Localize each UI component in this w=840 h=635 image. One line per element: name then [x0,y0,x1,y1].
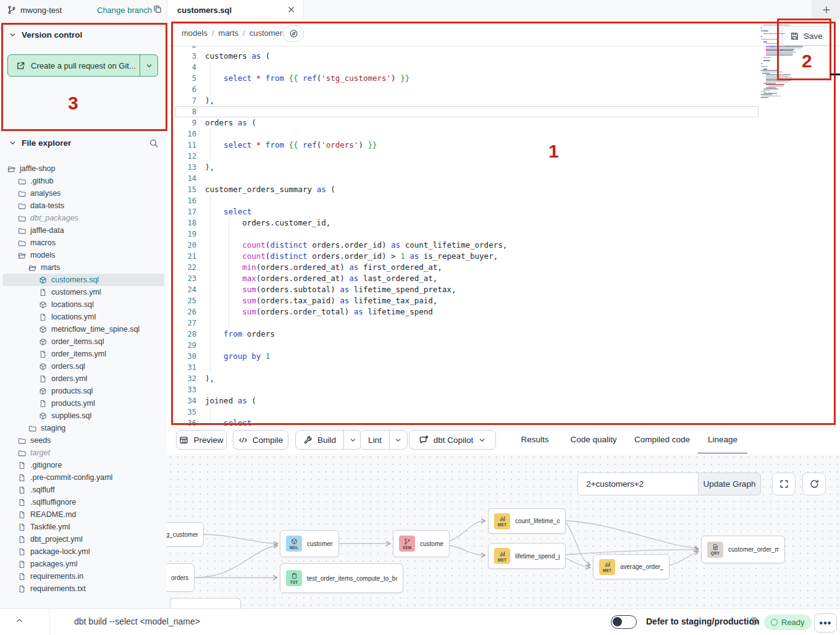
code-editor[interactable]: 23customers as (45 select * from {{ ref(… [175,46,758,426]
code-line-17[interactable]: 17 select [175,206,758,217]
tree-item-requirements.txt[interactable]: requirements.txt [2,582,164,595]
tree-item-customers.yml[interactable]: customers.yml [2,286,164,298]
code-line-29[interactable]: 29 [175,340,758,351]
compile-button[interactable]: Compile [233,430,288,450]
code-line-30[interactable]: 30 group by 1 [175,351,758,362]
tree-item-models[interactable]: models [2,249,164,261]
tree-item-orders.yml[interactable]: orders.yml [2,372,164,385]
tree-item-order_items.yml[interactable]: order_items.yml [2,348,164,360]
code-line-21[interactable]: 21 count(distinct orders.order_id) > 1 a… [175,251,758,262]
tree-item-.github[interactable]: .github [2,175,164,187]
new-tab-button[interactable] [812,0,840,20]
tree-item-locations.sql[interactable]: locations.sql [2,298,164,311]
code-line-7[interactable]: 7), [175,95,758,106]
refresh-button[interactable] [802,473,826,495]
tab-compiled-code[interactable]: Compiled code [629,426,695,453]
graph-node-test-order-items[interactable]: TST test_order_items_compute_to_bools... [280,563,403,593]
tree-item-supplies.sql[interactable]: supplies.sql [2,410,164,422]
breadcrumb-marts[interactable]: marts [219,28,239,38]
code-line-10[interactable]: 10 [175,128,758,140]
code-line-24[interactable]: 24 sum(orders.subtotal) as lifetime_spen… [175,284,758,295]
tab-code-quality[interactable]: Code quality [563,426,624,453]
copy-icon[interactable] [153,4,162,14]
tree-item-.gitignore[interactable]: .gitignore [2,459,164,471]
code-line-3[interactable]: 3customers as ( [175,51,758,62]
graph-node-customer-order-metrics[interactable]: QRY customer_order_metrics [701,536,785,563]
code-line-19[interactable]: 19 [175,229,758,240]
lineage-selector-input[interactable]: 2+customers+2 [578,473,699,495]
more-options-button[interactable]: ••• [814,613,837,633]
tree-item-locations.yml[interactable]: locations.yml [2,311,164,323]
ready-status-badge[interactable]: Ready [764,615,812,630]
code-line-32[interactable]: 32), [175,373,758,384]
search-icon[interactable] [149,138,159,148]
dbt-copilot-button[interactable]: dbt Copilot [409,430,496,450]
tree-item-products.yml[interactable]: products.yml [2,397,164,410]
graph-node-stg-customers[interactable]: stg_customers [167,522,204,547]
tree-item-target[interactable]: target [2,447,164,459]
minimap[interactable] [761,20,823,99]
build-button[interactable]: Build [296,431,344,449]
code-line-25[interactable]: 25 sum(orders.tax_paid) as lifetime_tax_… [175,295,758,306]
code-line-9[interactable]: 9orders as ( [175,117,758,128]
code-line-20[interactable]: 20 count(distinct orders.order_id) as co… [175,240,758,251]
tree-item-analyses[interactable]: analyses [2,187,164,200]
code-line-13[interactable]: 13), [175,162,758,173]
code-line-22[interactable]: 22 min(orders.ordered_at) as first_order… [175,262,758,273]
code-line-15[interactable]: 15customer_orders_summary as ( [175,184,758,195]
tree-item-dbt_project.yml[interactable]: dbt_project.yml [2,533,164,545]
tree-item-order_items.sql[interactable]: order_items.sql [2,335,164,348]
tree-item-marts[interactable]: marts [2,261,164,274]
chevron-up-icon[interactable] [15,616,24,625]
version-control-header[interactable]: Version control [9,30,82,40]
graph-node-lifetime-spend-pretax[interactable]: MET lifetime_spend_pretax [488,543,566,569]
graph-node-average-order-value[interactable]: MET average_order_value [593,554,670,579]
update-graph-button[interactable]: Update Graph [698,473,761,495]
file-explorer-header[interactable]: File explorer [9,138,71,148]
code-line-2[interactable]: 2 [175,46,758,51]
lint-button[interactable]: Lint [361,431,390,449]
code-line-36[interactable]: 36 select [175,418,758,426]
code-line-14[interactable]: 14 [175,173,758,184]
tree-item-dbt_packages[interactable]: dbt_packages [2,212,164,224]
tree-item-.sqlfluffignore[interactable]: .sqlfluffignore [2,496,164,508]
tab-customers-sql[interactable]: customers.sql [167,0,304,20]
build-dropdown[interactable] [344,431,361,449]
tree-item-orders.sql[interactable]: orders.sql [2,360,164,372]
breadcrumb-models[interactable]: models [182,28,208,38]
code-line-4[interactable]: 4 [175,62,758,73]
tree-item-staging[interactable]: staging [2,422,164,434]
code-line-33[interactable]: 33 [175,384,758,395]
preview-button[interactable]: Preview [176,430,227,450]
tree-item-requirements.in[interactable]: requirements.in [2,570,164,582]
code-line-23[interactable]: 23 max(orders.ordered_at) as last_ordere… [175,273,758,284]
code-line-34[interactable]: 34joined as ( [175,395,758,406]
tree-item-.pre-commit-config.yaml[interactable]: .pre-commit-config.yaml [2,471,164,484]
code-line-5[interactable]: 5 select * from {{ ref('stg_customers') … [175,73,758,84]
tree-item-customers.sql[interactable]: customers.sql [2,274,164,286]
tree-item-package-lock.yml[interactable]: package-lock.yml [2,545,164,558]
code-line-31[interactable]: 31 [175,362,758,373]
tree-item-.sqlfluff[interactable]: .sqlfluff [2,484,164,496]
code-line-8[interactable]: 8 [175,106,758,117]
help-icon[interactable] [749,616,758,626]
tree-item-seeds[interactable]: seeds [2,434,164,447]
tree-item-macros[interactable]: macros [2,237,164,249]
defer-toggle[interactable] [611,615,637,629]
graph-node-orders[interactable]: orders [167,563,195,592]
tree-item-Taskfile.yml[interactable]: Taskfile.yml [2,521,164,533]
code-line-16[interactable]: 16 [175,195,758,206]
code-line-11[interactable]: 11 select * from {{ ref('orders') }} [175,140,758,151]
code-line-6[interactable]: 6 [175,84,758,95]
create-pr-button[interactable]: Create a pull request on Git... [7,54,158,77]
graph-node-customers-semantic[interactable]: SEM customers [393,530,450,557]
code-line-27[interactable]: 27 [175,318,758,329]
lint-dropdown[interactable] [390,431,407,449]
code-line-26[interactable]: 26 sum(orders.order_total) as lifetime_s… [175,306,758,318]
tree-item-packages.yml[interactable]: packages.yml [2,558,164,570]
branch-indicator[interactable]: mwong-test [7,0,62,20]
tree-item-jaffle-shop[interactable]: jaffle-shop [2,162,164,175]
code-line-12[interactable]: 12 [175,151,758,162]
tree-item-jaffle-data[interactable]: jaffle-data [2,224,164,237]
code-line-35[interactable]: 35 [175,406,758,418]
